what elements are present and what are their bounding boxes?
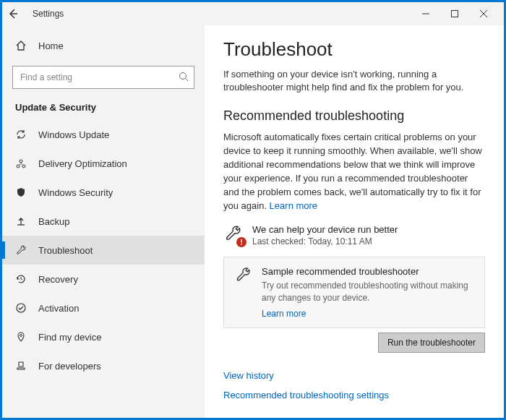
delivery-icon [15,158,27,169]
sidebar-item-label: Windows Security [38,187,113,198]
sidebar-item-backup[interactable]: Backup [2,207,205,236]
intro-text: If something on your device isn't workin… [223,68,485,94]
sidebar-item-label: Delivery Optimization [38,158,127,169]
sidebar: Home Update & Security Windows Update De… [2,25,205,418]
sidebar-item-delivery-optimization[interactable]: Delivery Optimization [2,149,205,178]
sidebar-item-activation[interactable]: Activation [2,293,205,322]
sync-icon [15,129,27,140]
home-label: Home [38,40,64,51]
home-icon [15,40,27,51]
maximize-icon [451,10,458,17]
check-circle-icon [15,302,27,314]
body: Home Update & Security Windows Update De… [2,25,504,418]
sidebar-item-label: Find my device [38,332,101,343]
help-status-text: We can help your device run better Last … [252,224,398,247]
recommended-text-body: Microsoft automatically fixes certain cr… [223,132,482,210]
run-troubleshooter-button[interactable]: Run the troubleshooter [378,333,485,353]
wrench-icon [15,244,27,256]
help-line2: Last checked: Today, 10:11 AM [252,236,398,247]
view-history-link[interactable]: View history [223,366,485,385]
backup-icon [15,215,27,227]
help-line1: We can help your device run better [252,224,398,235]
sidebar-item-windows-update[interactable]: Windows Update [2,120,205,149]
back-button[interactable] [8,9,25,19]
svg-point-1 [180,73,186,80]
sidebar-item-troubleshoot[interactable]: Troubleshoot [2,236,205,265]
help-status-row: ! We can help your device run better Las… [223,224,485,247]
history-icon [15,273,27,285]
sample-text: Sample recommended troubleshooter Try ou… [262,266,474,319]
alert-badge-icon: ! [236,237,246,247]
sidebar-item-label: Troubleshoot [38,245,93,256]
minimize-icon [422,10,429,17]
developer-icon [15,360,27,372]
location-icon [15,331,27,343]
svg-rect-0 [452,11,458,17]
wrench-status-icon: ! [223,224,242,243]
sidebar-item-find-my-device[interactable]: Find my device [2,322,205,351]
sidebar-item-label: Recovery [38,274,78,285]
sidebar-item-label: Activation [38,303,79,314]
sample-description: Try out recommended troubleshooting with… [262,280,474,304]
shield-icon [15,187,27,198]
close-button[interactable] [469,4,498,24]
close-icon [480,10,487,17]
category-header: Update & Security [2,93,205,120]
search-icon [179,72,189,82]
svg-point-5 [17,304,25,312]
sidebar-item-for-developers[interactable]: For developers [2,351,205,380]
sidebar-item-label: Windows Update [38,129,109,140]
svg-point-6 [20,335,22,337]
sidebar-item-label: Backup [38,216,69,227]
window-controls [411,4,498,24]
titlebar: Settings [2,2,504,25]
learn-more-link[interactable]: Learn more [270,200,317,211]
settings-window: Settings Home Update & Security [0,0,506,420]
home-nav[interactable]: Home [2,33,205,59]
search-input[interactable] [12,66,194,89]
back-arrow-icon [8,9,18,19]
wrench-icon [234,266,252,319]
sample-troubleshooter-card[interactable]: Sample recommended troubleshooter Try ou… [223,257,485,328]
page-title: Troubleshoot [223,38,485,61]
recommended-settings-link[interactable]: Recommended troubleshooting settings [223,385,485,405]
recommended-heading: Recommended troubleshooting [223,108,485,124]
sidebar-item-windows-security[interactable]: Windows Security [2,178,205,207]
sample-title: Sample recommended troubleshooter [262,266,474,277]
run-row: Run the troubleshooter [223,333,485,353]
sidebar-item-label: For developers [38,361,101,372]
sidebar-item-recovery[interactable]: Recovery [2,265,205,293]
window-title: Settings [33,9,411,19]
content-area: Troubleshoot If something on your device… [205,25,504,418]
search-box [12,66,194,89]
recommended-text: Microsoft automatically fixes certain cr… [223,131,485,213]
svg-point-2 [20,160,22,163]
minimize-button[interactable] [411,4,440,24]
maximize-button[interactable] [440,4,469,24]
sample-learn-more-link[interactable]: Learn more [262,309,474,319]
